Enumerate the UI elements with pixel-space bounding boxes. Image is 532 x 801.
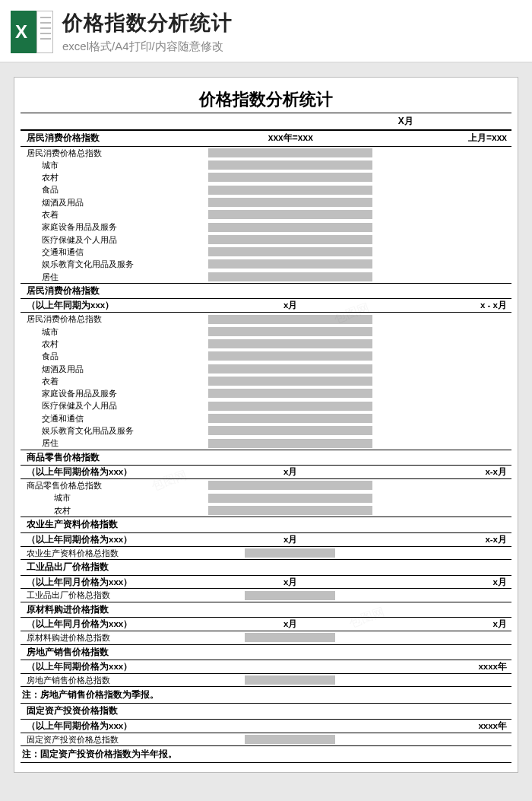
row-value: [374, 208, 511, 221]
section-head-raw: 原材料购进价格指数: [21, 602, 511, 618]
section-sub-agri: （以上年同期价格为xxx） x月 x-x月: [21, 532, 511, 546]
row-label: 交通和通信: [21, 412, 207, 424]
excel-icon: X: [11, 11, 53, 53]
row-label: 娱乐教育文化用品及服务: [21, 424, 207, 437]
row-label: 食品: [21, 183, 207, 195]
row-bar: [207, 338, 374, 350]
table-row: 固定资产投资价格总指数: [21, 733, 511, 745]
row-label: 城市: [21, 159, 207, 171]
row-bar: [207, 171, 374, 183]
row-label: 农村: [21, 338, 207, 350]
section-head-agri: 农业生产资料价格指数: [21, 517, 511, 533]
table-row: 交通和通信: [21, 412, 511, 424]
row-bar: [207, 258, 374, 270]
row-label: 居民消费价格总指数: [21, 313, 207, 326]
row-label: 固定资产投资价格总指数: [21, 733, 207, 745]
table-row: 农村: [21, 504, 511, 517]
row-value: [374, 546, 511, 559]
section-head-cpi1: 居民消费价格指数 xxx年=xxx 上月=xxx: [21, 131, 511, 147]
table-row: 家庭设备用品及服务: [21, 387, 511, 399]
table-row: 烟酒及用品: [21, 363, 511, 375]
row-label: 医疗保健及个人用品: [21, 234, 207, 246]
section-sub-cpi2: （以上年同期为xxx） x月 x - x月: [21, 299, 511, 313]
note-realestate: 注：房地产销售价格指数为季报。: [21, 687, 511, 704]
data-table: 居民消费价格指数 xxx年=xxx 上月=xxx 居民消费价格总指数城市农村食品…: [21, 130, 511, 763]
row-value: [374, 589, 511, 602]
table-row: 食品: [21, 350, 511, 362]
table-row: 衣着: [21, 208, 511, 221]
table-row: 医疗保健及个人用品: [21, 234, 511, 246]
row-value: [374, 258, 511, 270]
row-value: [374, 631, 511, 644]
section-head-cpi2: 居民消费价格指数: [21, 283, 511, 299]
row-bar: [207, 412, 374, 424]
row-bar: [207, 424, 374, 437]
row-bar: [207, 399, 374, 412]
row-bar: [207, 589, 374, 602]
row-bar: [207, 375, 374, 387]
row-value: [374, 159, 511, 171]
row-label: 工业品出厂价格总指数: [21, 589, 207, 602]
row-value: [374, 326, 511, 338]
table-row: 娱乐教育文化用品及服务: [21, 424, 511, 437]
row-label: 城市: [21, 491, 207, 504]
row-value: [374, 363, 511, 375]
table-row: 衣着: [21, 375, 511, 387]
row-value: [374, 674, 511, 687]
row-bar: [207, 271, 374, 284]
row-label: 商品零售价格总指数: [21, 479, 207, 492]
row-bar: [207, 313, 374, 326]
row-value: [374, 271, 511, 284]
row-value: [374, 491, 511, 504]
section-head-retail: 商品零售价格指数: [21, 450, 511, 466]
header-subtitle: excel格式/A4打印/内容随意修改: [62, 40, 233, 54]
table-row: 农村: [21, 338, 511, 350]
row-value: [374, 338, 511, 350]
row-bar: [207, 387, 374, 399]
row-label: 家庭设备用品及服务: [21, 221, 207, 233]
row-bar: [207, 491, 374, 504]
table-row: 食品: [21, 183, 511, 195]
section-sub-realestate: （以上年同期价格为xxx） xxxx年: [21, 660, 511, 674]
document-page: 价格指数分析统计 X月 居民消费价格指数 xxx年=xxx 上月=xxx 居民消…: [14, 77, 518, 773]
table-row: 烟酒及用品: [21, 196, 511, 208]
row-value: [374, 196, 511, 208]
row-label: 农村: [21, 171, 207, 183]
header-title: 价格指数分析统计: [62, 9, 233, 37]
table-row: 房地产销售价格总指数: [21, 674, 511, 687]
row-value: [374, 313, 511, 326]
row-value: [374, 171, 511, 183]
table-row: 农村: [21, 171, 511, 183]
period-row: X月: [21, 113, 511, 130]
table-row: 家庭设备用品及服务: [21, 221, 511, 233]
table-row: 城市: [21, 491, 511, 504]
row-label: 居民消费价格总指数: [21, 146, 207, 159]
row-value: [374, 183, 511, 195]
row-bar: [207, 479, 374, 492]
row-value: [374, 387, 511, 399]
row-bar: [207, 733, 374, 745]
row-bar: [207, 631, 374, 644]
row-label: 烟酒及用品: [21, 363, 207, 375]
table-row: 居民消费价格总指数: [21, 313, 511, 326]
table-row: 农业生产资料价格总指数: [21, 546, 511, 559]
table-row: 娱乐教育文化用品及服务: [21, 258, 511, 270]
page-header: X 价格指数分析统计 excel格式/A4打印/内容随意修改: [0, 0, 532, 63]
row-label: 娱乐教育文化用品及服务: [21, 258, 207, 270]
row-label: 衣着: [21, 208, 207, 221]
row-label: 城市: [21, 326, 207, 338]
section-sub-raw: （以上年同月价格为xxx） x月 x月: [21, 618, 511, 631]
table-row: 交通和通信: [21, 246, 511, 258]
row-value: [374, 350, 511, 362]
row-label: 烟酒及用品: [21, 196, 207, 208]
row-bar: [207, 234, 374, 246]
row-value: [374, 399, 511, 412]
row-bar: [207, 246, 374, 258]
table-row: 居住: [21, 437, 511, 450]
table-row: 城市: [21, 159, 511, 171]
row-bar: [207, 183, 374, 195]
section-sub-fixed-asset: （以上年同期价格为xxx） xxxx年: [21, 719, 511, 733]
row-value: [374, 246, 511, 258]
row-bar: [207, 159, 374, 171]
row-value: [374, 234, 511, 246]
